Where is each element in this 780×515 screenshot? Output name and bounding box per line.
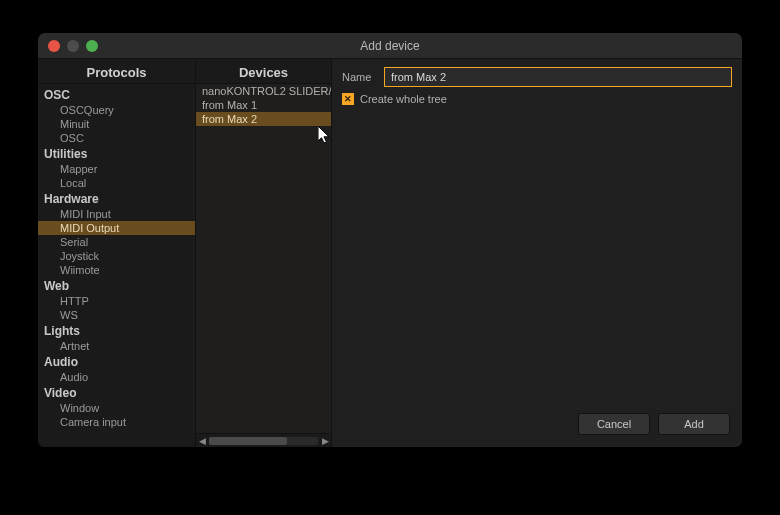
scroll-left-icon[interactable]: ◀ bbox=[196, 436, 208, 446]
protocol-category[interactable]: Video bbox=[38, 384, 195, 401]
protocol-item[interactable]: HTTP bbox=[38, 294, 195, 308]
name-row: Name bbox=[342, 67, 732, 87]
scroll-right-icon[interactable]: ▶ bbox=[319, 436, 331, 446]
scroll-track[interactable] bbox=[209, 437, 318, 445]
protocol-item[interactable]: Artnet bbox=[38, 339, 195, 353]
window-controls bbox=[48, 40, 98, 52]
cancel-button[interactable]: Cancel bbox=[578, 413, 650, 435]
protocol-item[interactable]: Minuit bbox=[38, 117, 195, 131]
protocol-item[interactable]: Mapper bbox=[38, 162, 195, 176]
zoom-icon[interactable] bbox=[86, 40, 98, 52]
protocol-item[interactable]: Window bbox=[38, 401, 195, 415]
minimize-icon[interactable] bbox=[67, 40, 79, 52]
add-button[interactable]: Add bbox=[658, 413, 730, 435]
devices-header: Devices bbox=[196, 59, 331, 84]
button-bar: Cancel Add bbox=[578, 413, 730, 435]
protocols-header: Protocols bbox=[38, 59, 195, 84]
protocol-item[interactable]: OSC bbox=[38, 131, 195, 145]
protocol-item[interactable]: Camera input bbox=[38, 415, 195, 429]
protocol-item[interactable]: OSCQuery bbox=[38, 103, 195, 117]
protocol-item[interactable]: Audio bbox=[38, 370, 195, 384]
protocol-item[interactable]: Serial bbox=[38, 235, 195, 249]
name-label: Name bbox=[342, 71, 384, 83]
device-item[interactable]: from Max 1 bbox=[196, 98, 331, 112]
protocol-item[interactable]: MIDI Output bbox=[38, 221, 195, 235]
create-tree-label: Create whole tree bbox=[360, 93, 447, 105]
form-panel: Name ✕ Create whole tree Cancel Add bbox=[332, 59, 742, 447]
protocol-category[interactable]: OSC bbox=[38, 86, 195, 103]
name-input[interactable] bbox=[384, 67, 732, 87]
scroll-thumb[interactable] bbox=[209, 437, 287, 445]
protocols-panel: Protocols OSCOSCQueryMinuitOSCUtilitiesM… bbox=[38, 59, 196, 447]
create-tree-row[interactable]: ✕ Create whole tree bbox=[342, 93, 732, 105]
protocol-category[interactable]: Hardware bbox=[38, 190, 195, 207]
titlebar: Add device bbox=[38, 33, 742, 59]
protocol-item[interactable]: Wiimote bbox=[38, 263, 195, 277]
protocol-category[interactable]: Audio bbox=[38, 353, 195, 370]
devices-list: nanoKONTROL2 SLIDER/KNOBfrom Max 1from M… bbox=[196, 84, 331, 433]
protocol-category[interactable]: Web bbox=[38, 277, 195, 294]
protocol-category[interactable]: Lights bbox=[38, 322, 195, 339]
protocol-category[interactable]: Utilities bbox=[38, 145, 195, 162]
devices-hscrollbar[interactable]: ◀ ▶ bbox=[196, 433, 331, 447]
protocol-item[interactable]: Joystick bbox=[38, 249, 195, 263]
window-title: Add device bbox=[38, 39, 742, 53]
protocol-item[interactable]: MIDI Input bbox=[38, 207, 195, 221]
devices-panel: Devices nanoKONTROL2 SLIDER/KNOBfrom Max… bbox=[196, 59, 332, 447]
device-item[interactable]: from Max 2 bbox=[196, 112, 331, 126]
dialog-body: Protocols OSCOSCQueryMinuitOSCUtilitiesM… bbox=[38, 59, 742, 447]
protocol-item[interactable]: WS bbox=[38, 308, 195, 322]
close-icon[interactable] bbox=[48, 40, 60, 52]
device-item[interactable]: nanoKONTROL2 SLIDER/KNOB bbox=[196, 84, 331, 98]
create-tree-checkbox[interactable]: ✕ bbox=[342, 93, 354, 105]
protocol-item[interactable]: Local bbox=[38, 176, 195, 190]
form-area: Name ✕ Create whole tree bbox=[332, 59, 742, 113]
protocols-tree: OSCOSCQueryMinuitOSCUtilitiesMapperLocal… bbox=[38, 84, 195, 431]
add-device-window: Add device Protocols OSCOSCQueryMinuitOS… bbox=[38, 33, 742, 447]
